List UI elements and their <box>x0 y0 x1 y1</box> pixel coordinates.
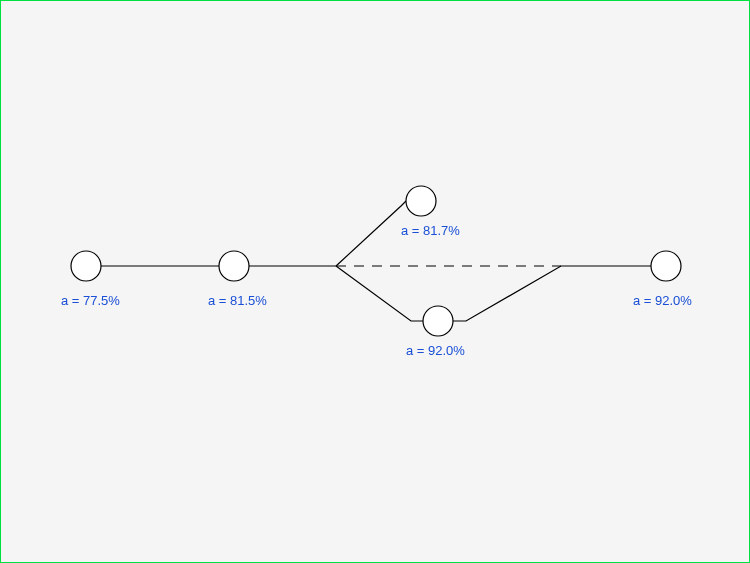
label-n4: a = 92.0% <box>406 343 465 358</box>
edge-fork-n4 <box>336 266 423 321</box>
diagram-canvas <box>1 1 750 563</box>
node-n3 <box>406 186 436 216</box>
edge-n4-n5 <box>453 266 651 321</box>
label-n3: a = 81.7% <box>401 223 460 238</box>
node-n1 <box>71 251 101 281</box>
label-n5: a = 92.0% <box>633 293 692 308</box>
node-n4 <box>423 306 453 336</box>
edge-fork-n3 <box>336 201 406 266</box>
node-n5 <box>651 251 681 281</box>
node-n2 <box>219 251 249 281</box>
label-n2: a = 81.5% <box>208 293 267 308</box>
label-n1: a = 77.5% <box>61 293 120 308</box>
